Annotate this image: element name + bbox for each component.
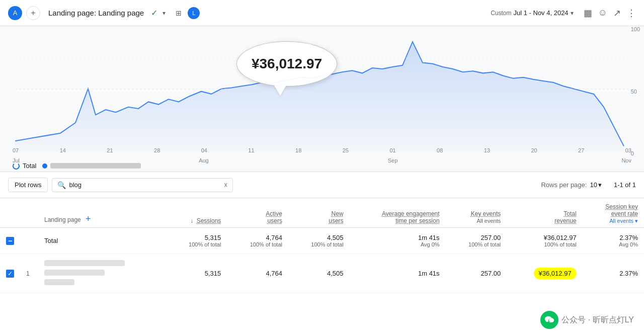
rows-per-page-label: Rows per page:: [541, 181, 587, 189]
add-col-button[interactable]: +: [86, 214, 91, 224]
verified-icon: ✓: [151, 8, 157, 18]
chart-legend: Total: [13, 162, 141, 170]
y-label-50: 50: [631, 89, 640, 95]
callout-bubble: ¥36,012.97: [236, 41, 337, 87]
top-icons: ▦ ☺ ↗ ⋮: [584, 8, 636, 19]
face-icon[interactable]: ☺: [598, 8, 607, 19]
row1-session-rate: 2.37%: [583, 254, 644, 293]
col-session-rate-label: Session keyevent rate: [605, 203, 638, 217]
x-label-11: 11: [248, 147, 254, 153]
sort-arrow: ↓: [190, 217, 193, 224]
col-active-users: Activeusers: [227, 198, 288, 228]
total-sessions: 5,315 100% of total: [166, 228, 227, 254]
col-avg-time-label: Average engagementtime per session: [382, 210, 440, 224]
watermark: 公众号 · 昕昕点灯LY: [540, 311, 634, 329]
col-total-revenue-label: Totalrevenue: [554, 210, 576, 224]
row1-blurred-text3: [44, 279, 74, 285]
top-bar: A + Landing page: Landing page ✓ ▾ ⊞ L C…: [0, 0, 644, 26]
total-label: Total: [44, 237, 58, 244]
callout-tail: [274, 86, 286, 96]
row1-new-users: 4,505: [288, 254, 350, 293]
col-key-events-label: Key events: [471, 210, 501, 217]
rows-per-page-select[interactable]: 10 ▾: [590, 181, 601, 189]
col-sessions: ↓ Sessions: [166, 198, 227, 228]
legend-blurred-label: [50, 163, 141, 169]
row1-checkbox[interactable]: ✓: [6, 270, 14, 278]
pagination: 1-1 of 1: [614, 181, 636, 189]
col-num: [20, 198, 38, 228]
total-new-users: 4,505 100% of total: [288, 228, 350, 254]
x-label-25: 25: [343, 147, 349, 153]
legend-total: Total: [13, 162, 36, 170]
col-new-users-label: Newusers: [329, 210, 343, 224]
col-session-rate-sub: All events ▾: [609, 218, 638, 224]
date-label: Custom: [491, 10, 511, 17]
row1-revenue: ¥36,012.97: [507, 254, 582, 293]
date-range[interactable]: Custom Jul 1 - Nov 4, 2024 ▾: [491, 9, 573, 17]
col-key-events: Key events All events: [446, 198, 507, 228]
search-icon: 🔍: [57, 181, 66, 189]
total-checkbox-cell: −: [0, 228, 20, 254]
x-label-20: 20: [531, 147, 537, 153]
row1-blurred-text2: [44, 270, 105, 276]
total-label-cell: Total: [38, 228, 166, 254]
user-avatar[interactable]: A: [8, 6, 22, 20]
col-avg-time: Average engagementtime per session: [350, 198, 446, 228]
x-label-18: 18: [295, 147, 301, 153]
wechat-svg: [544, 314, 555, 325]
total-row: − Total 5,315 100% of total 4,764 100% o…: [0, 228, 644, 254]
wechat-icon: [540, 311, 558, 329]
col-landing-page-label: Landing page: [44, 216, 81, 223]
y-label-0: 0: [631, 150, 640, 156]
x-label-21: 21: [107, 147, 113, 153]
rows-per-page-value: 10: [590, 181, 597, 189]
share-icon[interactable]: ↗: [613, 8, 621, 19]
row1-avg-time: 1m 41s: [350, 254, 446, 293]
total-active-users: 4,764 100% of total: [227, 228, 288, 254]
filter-icon[interactable]: ⊞: [176, 9, 182, 17]
x-label-08: 08: [437, 147, 443, 153]
legend-total-icon: [13, 162, 20, 170]
row1-key-events: 257.00: [446, 254, 507, 293]
total-checkbox[interactable]: −: [6, 237, 14, 245]
total-revenue: ¥36,012.97 100% of total: [507, 228, 582, 254]
row1-active-users: 4,764: [227, 254, 288, 293]
row1-checkbox-cell: ✓: [0, 254, 20, 293]
data-table: Landing page + ↓ Sessions Activeusers Ne…: [0, 198, 644, 293]
plot-rows-button[interactable]: Plot rows: [8, 178, 48, 192]
total-avg-time: 1m 41s Avg 0%: [350, 228, 446, 254]
total-session-rate: 2.37% Avg 0%: [583, 228, 644, 254]
more-menu-icon[interactable]: ⋮: [627, 8, 636, 19]
watermark-text: 公众号 · 昕昕点灯LY: [561, 315, 634, 325]
add-button[interactable]: +: [26, 6, 40, 20]
row1-num: 1: [20, 254, 38, 293]
col-new-users: Newusers: [288, 198, 350, 228]
month-nov: Nov: [621, 157, 631, 163]
filter-avatar[interactable]: L: [188, 7, 200, 19]
x-label-13: 13: [484, 147, 490, 153]
legend-blurred-dot: [42, 163, 47, 169]
rows-per-page: Rows per page: 10 ▾: [541, 181, 602, 189]
total-num-cell: [20, 228, 38, 254]
col-landing-page: Landing page +: [38, 198, 166, 228]
y-label-100: 100: [631, 26, 640, 32]
col-key-events-sub: All events: [477, 218, 501, 224]
col-sessions-label: Sessions: [197, 217, 221, 224]
chart-area: 100 50 0 07 14 21 28 04 11 18 25 01 08 1…: [0, 26, 644, 172]
x-label-07: 07: [13, 147, 19, 153]
title-dropdown-icon[interactable]: ▾: [163, 10, 166, 17]
x-label-01: 01: [389, 147, 395, 153]
grid-icon[interactable]: ▦: [584, 8, 592, 19]
legend-blurred: [42, 163, 141, 169]
search-input[interactable]: [69, 181, 221, 189]
legend-total-label: Total: [23, 162, 36, 170]
total-key-events: 257.00 100% of total: [446, 228, 507, 254]
row1-page: [38, 254, 166, 293]
x-axis-labels: 07 14 21 28 04 11 18 25 01 08 13 20 27 0…: [13, 147, 631, 153]
row1-revenue-highlighted: ¥36,012.97: [534, 268, 577, 279]
col-total-revenue: Totalrevenue: [507, 198, 582, 228]
clear-icon[interactable]: ☓: [224, 181, 227, 189]
x-label-14: 14: [60, 147, 66, 153]
date-dropdown-icon[interactable]: ▾: [571, 10, 574, 17]
x-label-27: 27: [578, 147, 584, 153]
